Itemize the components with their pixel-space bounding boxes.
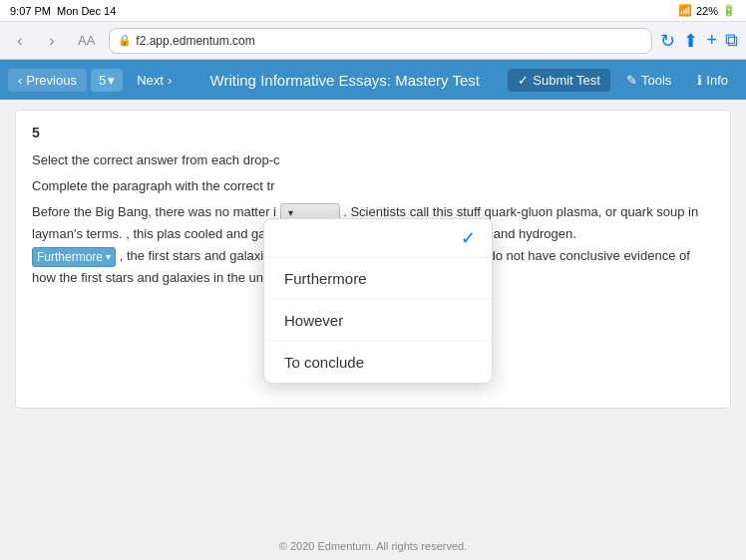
share-button[interactable]: ⬆ <box>683 30 698 52</box>
tools-icon: ✎ <box>626 73 637 88</box>
tools-button[interactable]: ✎ Tools <box>616 69 681 92</box>
info-label: Info <box>706 73 728 88</box>
toolbar-title: Writing Informative Essays: Mastery Test <box>186 72 504 89</box>
date-display: Mon Dec 14 <box>57 5 116 17</box>
tools-label: Tools <box>641 73 671 88</box>
prev-label: Previous <box>26 73 77 88</box>
app-toolbar: ‹ Previous 5 ▾ Next › Writing Informativ… <box>0 60 746 100</box>
submit-test-button[interactable]: ✓ Submit Test <box>508 69 610 92</box>
dropdown-item-however[interactable]: However <box>264 300 492 342</box>
next-nav-icon: › <box>168 73 172 88</box>
info-button[interactable]: ℹ Info <box>687 69 738 92</box>
battery-display: 22% <box>696 5 718 17</box>
dropdown-check-row: ✓ <box>264 219 492 258</box>
para-text-1: Before the Big Bang, there was no matter… <box>32 204 276 219</box>
dropdown-overlay: ✓ Furthermore However To conclude <box>263 218 493 384</box>
next-nav-label: Next <box>137 73 164 88</box>
para-text-2: , this plas <box>126 226 181 241</box>
back-button[interactable]: ‹ <box>8 29 32 53</box>
forward-button[interactable]: › <box>40 29 64 53</box>
submit-label: Submit Test <box>533 73 600 88</box>
question-number: 5 <box>99 73 106 88</box>
dropdown-item-to-conclude[interactable]: To conclude <box>264 342 492 383</box>
dropdown-icon: ▾ <box>108 73 115 88</box>
status-left: 9:07 PM Mon Dec 14 <box>10 5 116 17</box>
time-display: 9:07 PM <box>10 5 51 17</box>
status-right: 📶 22% 🔋 <box>678 4 736 17</box>
next-nav-button[interactable]: Next › <box>127 69 182 92</box>
status-bar: 9:07 PM Mon Dec 14 📶 22% 🔋 <box>0 0 746 22</box>
url-text: f2.app.edmentum.com <box>136 34 254 48</box>
question-number-label: 5 <box>32 125 714 140</box>
lock-icon: 🔒 <box>118 34 132 47</box>
prev-icon: ‹ <box>18 73 22 88</box>
copyright-text: © 2020 Edmentum. All rights reserved. <box>279 540 467 552</box>
new-tab-button[interactable]: + <box>706 30 717 51</box>
toolbar-right: ✓ Submit Test ✎ Tools ℹ Info <box>508 69 738 92</box>
info-icon: ℹ <box>697 73 702 88</box>
tabs-button[interactable]: ⧉ <box>725 30 738 51</box>
reload-button[interactable]: ↻ <box>660 30 675 52</box>
browser-actions: ↻ ⬆ + ⧉ <box>660 30 738 52</box>
url-bar[interactable]: 🔒 f2.app.edmentum.com <box>109 28 652 54</box>
dropdown-2-arrow: ▾ <box>106 248 111 265</box>
instruction-1: Select the correct answer from each drop… <box>32 150 714 170</box>
main-content: 5 Select the correct answer from each dr… <box>15 110 731 409</box>
question-number-selector[interactable]: 5 ▾ <box>91 69 123 92</box>
reader-mode-button[interactable]: AA <box>72 31 101 50</box>
dropdown-2-inline[interactable]: Furthermore ▾ <box>32 247 116 267</box>
dropdown-2-value: Furthermore <box>37 247 103 267</box>
battery-icon: 🔋 <box>722 4 736 17</box>
submit-icon: ✓ <box>518 73 529 88</box>
footer: © 2020 Edmentum. All rights reserved. <box>0 540 746 552</box>
previous-button[interactable]: ‹ Previous <box>8 69 87 92</box>
browser-bar: ‹ › AA 🔒 f2.app.edmentum.com ↻ ⬆ + ⧉ <box>0 22 746 60</box>
check-mark-icon: ✓ <box>461 227 476 249</box>
wifi-icon: 📶 <box>678 4 692 17</box>
dropdown-item-furthermore[interactable]: Furthermore <box>264 258 492 300</box>
instruction-2: Complete the paragraph with the correct … <box>32 176 714 196</box>
